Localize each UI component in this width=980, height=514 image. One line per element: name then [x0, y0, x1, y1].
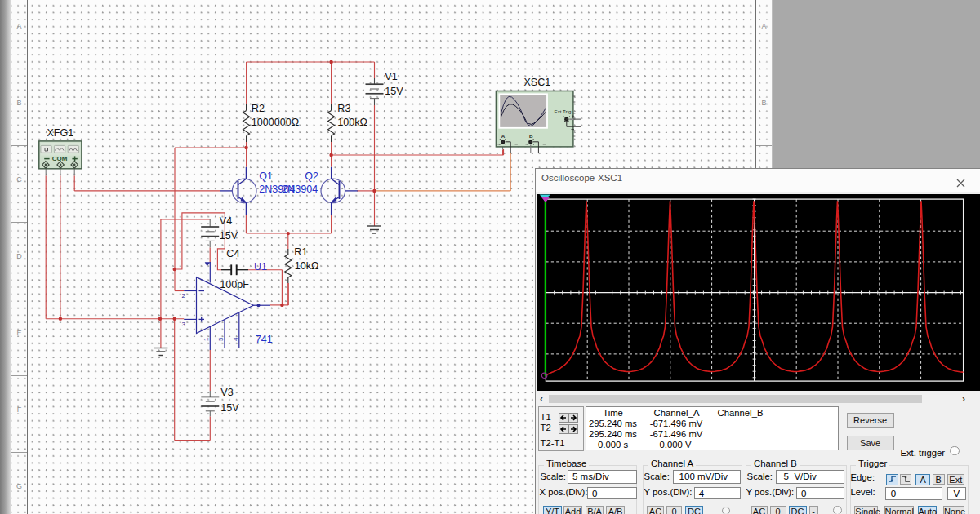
svg-text:B: B [529, 133, 533, 139]
svg-text:Q1: Q1 [259, 171, 273, 182]
svg-text:1000000Ω: 1000000Ω [252, 117, 299, 128]
svg-text:15V: 15V [220, 402, 239, 414]
svg-text:R3: R3 [337, 103, 350, 114]
svg-text:741: 741 [256, 334, 273, 345]
svg-text:15V: 15V [220, 230, 238, 241]
svg-text:3: 3 [182, 321, 186, 328]
svg-text:Q2: Q2 [305, 171, 318, 182]
svg-text:1: 1 [203, 337, 210, 341]
svg-text:V1: V1 [385, 71, 397, 82]
svg-text:4: 4 [232, 337, 239, 341]
svg-text:2N3904: 2N3904 [282, 184, 318, 195]
svg-text:XSC1: XSC1 [524, 77, 551, 88]
svg-text:R2: R2 [252, 103, 265, 114]
svg-text:A: A [501, 133, 506, 139]
svg-text:V4: V4 [220, 215, 232, 227]
svg-text:Ext Trig: Ext Trig [555, 109, 572, 114]
svg-text:U1: U1 [254, 261, 267, 273]
svg-text:100pF: 100pF [220, 279, 249, 290]
svg-text:2: 2 [182, 292, 186, 299]
svg-text:R1: R1 [294, 246, 307, 258]
svg-text:5: 5 [217, 337, 225, 341]
svg-text:V3: V3 [220, 387, 233, 398]
svg-text:XFG1: XFG1 [47, 127, 74, 139]
svg-text:C4: C4 [226, 248, 239, 259]
svg-text:15V: 15V [385, 86, 403, 97]
svg-text:10kΩ: 10kΩ [295, 260, 319, 272]
svg-text:100kΩ: 100kΩ [337, 117, 368, 128]
